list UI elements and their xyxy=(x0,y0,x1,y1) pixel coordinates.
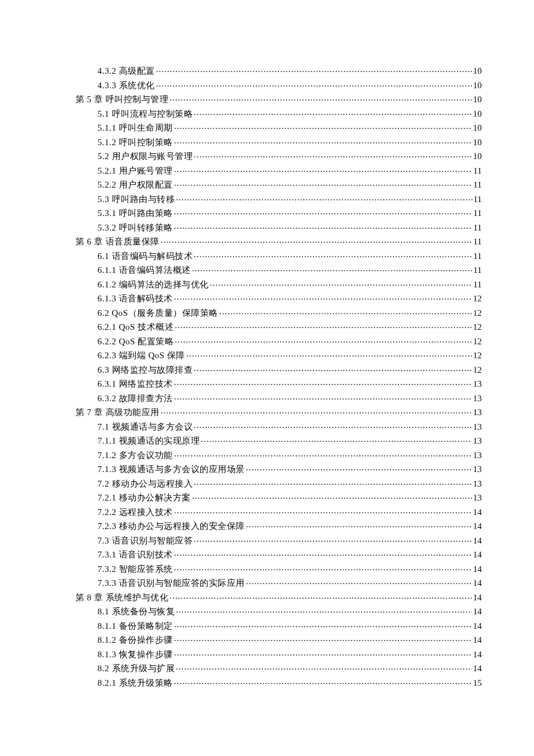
toc-entry[interactable]: 6.1.3 语音解码技术12 xyxy=(52,293,482,302)
toc-entry-title: 6.3 网络监控与故障排查 xyxy=(98,366,193,375)
toc-entry[interactable]: 8.1.1 备份策略制定14 xyxy=(52,620,482,629)
toc-entry-page: 10 xyxy=(473,95,482,104)
toc-entry[interactable]: 6.2.2 QoS 配置策略12 xyxy=(52,336,482,345)
toc-entry-title: 7.1.1 视频通话的实现原理 xyxy=(98,437,200,445)
toc-entry-title: 第 6 章 语音质量保障 xyxy=(75,237,160,246)
toc-entry-page: 14 xyxy=(473,622,482,631)
toc-entry-title: 7.2.3 移动办公与远程接入的安全保障 xyxy=(98,522,245,531)
toc-entry-page: 14 xyxy=(473,550,482,559)
toc-entry-page: 10 xyxy=(473,124,482,132)
toc-entry[interactable]: 7.1.2 多方会议功能13 xyxy=(52,449,482,459)
toc-entry-title: 6.2.2 QoS 配置策略 xyxy=(98,337,174,346)
toc-entry-page: 10 xyxy=(473,138,482,147)
toc-entry[interactable]: 第 7 章 高级功能应用13 xyxy=(52,406,482,416)
toc-entry[interactable]: 6.3.2 故障排查方法13 xyxy=(52,393,482,402)
toc-entry[interactable]: 8.2.1 系统升级策略15 xyxy=(52,677,482,686)
toc-entry-title: 7.3.2 智能应答系统 xyxy=(98,565,173,574)
toc-entry[interactable]: 5.2.1 用户账号管理11 xyxy=(52,165,482,174)
toc-entry[interactable]: 第 6 章 语音质量保障11 xyxy=(52,236,482,245)
toc-entry[interactable]: 7.2.1 移动办公解决方案13 xyxy=(52,492,482,501)
toc-leader-dots xyxy=(194,150,472,159)
toc-leader-dots xyxy=(174,393,472,401)
toc-entry[interactable]: 4.3.3 系统优化10 xyxy=(52,80,482,89)
toc-entry[interactable]: 6.1.1 语音编码算法概述11 xyxy=(52,264,482,273)
toc-entry-title: 7.2.1 移动办公解决方案 xyxy=(98,494,191,502)
toc-entry[interactable]: 7.3.3 语音识别与智能应答的实际应用14 xyxy=(52,577,482,586)
toc-leader-dots xyxy=(174,634,472,643)
toc-leader-dots xyxy=(156,80,472,88)
toc-entry[interactable]: 5.1.1 呼叫生命周期10 xyxy=(52,122,482,131)
toc-entry[interactable]: 4.3.2 高级配置10 xyxy=(52,65,482,74)
toc-entry-page: 14 xyxy=(473,508,482,517)
toc-entry-title: 7.2 移动办公与远程接入 xyxy=(98,480,193,488)
toc-entry-page: 13 xyxy=(473,437,482,445)
toc-entry[interactable]: 6.3 网络监控与故障排查12 xyxy=(52,364,482,373)
toc-entry[interactable]: 8.1 系统备份与恢复14 xyxy=(52,606,482,615)
toc-entry[interactable]: 5.3.2 呼叫转移策略11 xyxy=(52,222,482,231)
toc-entry-title: 8.1.2 备份操作步骤 xyxy=(98,636,173,645)
toc-leader-dots xyxy=(194,478,472,487)
toc-entry[interactable]: 7.3.1 语音识别技术14 xyxy=(52,549,482,558)
toc-entry[interactable]: 8.1.2 备份操作步骤14 xyxy=(52,634,482,643)
toc-entry-title: 5.1.1 呼叫生命周期 xyxy=(98,124,173,132)
toc-leader-dots xyxy=(169,592,472,600)
toc-entry-title: 8.1 系统备份与恢复 xyxy=(98,607,175,616)
toc-leader-dots xyxy=(174,293,472,301)
toc-entry-title: 6.3.2 故障排查方法 xyxy=(98,394,173,403)
toc-entry-page: 14 xyxy=(473,607,482,616)
toc-entry-title: 8.2.1 系统升级策略 xyxy=(98,679,173,687)
toc-entry[interactable]: 5.3.1 呼叫路由策略11 xyxy=(52,207,482,217)
toc-entry[interactable]: 5.2 用户权限与账号管理10 xyxy=(52,150,482,160)
toc-entry[interactable]: 8.1.3 恢复操作步骤14 xyxy=(52,649,482,658)
toc-leader-dots xyxy=(176,663,472,671)
toc-leader-dots xyxy=(176,606,472,614)
toc-entry-title: 4.3.2 高级配置 xyxy=(98,67,155,75)
toc-entry-page: 13 xyxy=(473,380,482,388)
toc-entry-page: 11 xyxy=(474,209,482,218)
toc-entry[interactable]: 6.2.3 端到端 QoS 保障12 xyxy=(52,350,482,359)
toc-entry[interactable]: 7.2.2 远程接入技术14 xyxy=(52,506,482,516)
toc-entry[interactable]: 7.1.1 视频通话的实现原理13 xyxy=(52,435,482,444)
toc-leader-dots xyxy=(174,378,472,387)
toc-entry-page: 13 xyxy=(473,408,482,417)
toc-entry[interactable]: 第 8 章 系统维护与优化14 xyxy=(52,592,482,601)
toc-entry-page: 14 xyxy=(473,664,482,673)
toc-entry-title: 6.1 语音编码与解码技术 xyxy=(98,252,193,261)
toc-entry[interactable]: 7.3.2 智能应答系统14 xyxy=(52,563,482,573)
toc-entry-page: 11 xyxy=(474,237,482,246)
toc-entry[interactable]: 7.2.3 移动办公与远程接入的安全保障14 xyxy=(52,520,482,530)
toc-entry-title: 7.3.3 语音识别与智能应答的实际应用 xyxy=(98,579,245,588)
toc-entry-page: 15 xyxy=(473,679,482,687)
toc-entry-page: 13 xyxy=(473,394,482,403)
toc-entry[interactable]: 6.1 语音编码与解码技术11 xyxy=(52,250,482,260)
toc-entry[interactable]: 7.1 视频通话与多方会议13 xyxy=(52,421,482,430)
toc-entry[interactable]: 7.2 移动办公与远程接入13 xyxy=(52,478,482,487)
toc-entry-page: 12 xyxy=(473,309,482,318)
toc-leader-dots xyxy=(174,563,472,572)
toc-entry[interactable]: 5.1 呼叫流程与控制策略10 xyxy=(52,108,482,117)
toc-entry-title: 6.1.2 编码算法的选择与优化 xyxy=(98,280,209,289)
toc-leader-dots xyxy=(174,207,472,216)
toc-entry[interactable]: 第 5 章 呼叫控制与管理10 xyxy=(52,93,482,103)
toc-leader-dots xyxy=(219,307,472,316)
toc-entry[interactable]: 5.2.2 用户权限配置11 xyxy=(52,179,482,188)
toc-entry[interactable]: 6.1.2 编码算法的选择与优化11 xyxy=(52,279,482,288)
toc-entry[interactable]: 6.2.1 QoS 技术概述12 xyxy=(52,321,482,330)
toc-entry-page: 11 xyxy=(474,280,482,289)
toc-entry-title: 7.3.1 语音识别技术 xyxy=(98,550,173,559)
toc-entry-title: 7.1 视频通话与多方会议 xyxy=(98,423,193,431)
toc-entry[interactable]: 6.3.1 网络监控技术13 xyxy=(52,378,482,387)
toc-entry-page: 11 xyxy=(474,252,482,261)
toc-entry[interactable]: 5.3 呼叫路由与转移11 xyxy=(52,193,482,203)
toc-entry-title: 8.2 系统升级与扩展 xyxy=(98,664,175,673)
toc-entry-page: 10 xyxy=(473,110,482,118)
toc-entry[interactable]: 7.1.3 视频通话与多方会议的应用场景13 xyxy=(52,463,482,473)
toc-entry-title: 7.1.3 视频通话与多方会议的应用场景 xyxy=(98,465,245,474)
toc-entry[interactable]: 7.3 语音识别与智能应答14 xyxy=(52,535,482,544)
toc-entry[interactable]: 8.2 系统升级与扩展14 xyxy=(52,663,482,672)
toc-entry-title: 6.2.3 端到端 QoS 保障 xyxy=(98,351,185,360)
toc-leader-dots xyxy=(246,577,472,586)
toc-entry[interactable]: 6.2 QoS（服务质量）保障策略12 xyxy=(52,307,482,316)
toc-entry[interactable]: 5.1.2 呼叫控制策略10 xyxy=(52,136,482,146)
toc-entry-title: 6.1.1 语音编码算法概述 xyxy=(98,266,191,275)
